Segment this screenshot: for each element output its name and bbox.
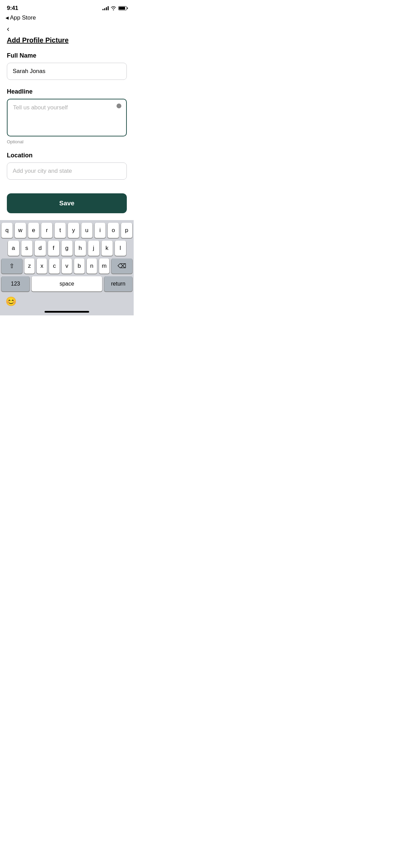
keyboard-row-2: a s d f g h j k l xyxy=(1,241,132,256)
location-input[interactable] xyxy=(7,162,127,180)
location-section: Location xyxy=(7,152,127,182)
full-name-label: Full Name xyxy=(7,52,127,59)
keyboard: q w e r t y u i o p a s d f g h j k l ⇧ … xyxy=(0,220,134,310)
signal-icon xyxy=(102,6,109,10)
keyboard-row-3: ⇧ z x c v b n m ⌫ xyxy=(1,258,132,274)
key-shift[interactable]: ⇧ xyxy=(1,258,22,274)
key-g[interactable]: g xyxy=(61,241,73,256)
appstore-nav[interactable]: ◀ App Store xyxy=(0,14,134,22)
back-arrow-icon[interactable]: ‹ xyxy=(7,25,9,33)
headline-label: Headline xyxy=(7,88,127,95)
key-p[interactable]: p xyxy=(121,223,132,238)
home-indicator xyxy=(0,310,134,315)
key-b[interactable]: b xyxy=(74,258,84,274)
headline-section: Headline Optional xyxy=(7,88,127,144)
add-profile-picture-link[interactable]: Add Profile Picture xyxy=(7,36,69,45)
key-r[interactable]: r xyxy=(41,223,52,238)
section-heading[interactable]: Add Profile Picture xyxy=(7,36,127,52)
status-time: 9:41 xyxy=(7,5,18,12)
key-k[interactable]: k xyxy=(101,241,113,256)
full-name-input[interactable] xyxy=(7,63,127,80)
key-t[interactable]: t xyxy=(54,223,66,238)
cursor-indicator xyxy=(117,104,121,108)
key-o[interactable]: o xyxy=(108,223,119,238)
key-space[interactable]: space xyxy=(32,276,102,291)
key-backspace[interactable]: ⌫ xyxy=(111,258,132,274)
full-name-section: Full Name xyxy=(7,52,127,82)
status-icons xyxy=(102,6,127,10)
optional-hint: Optional xyxy=(7,139,127,144)
key-return[interactable]: return xyxy=(104,276,132,291)
back-triangle-icon: ◀ xyxy=(5,15,9,20)
save-button[interactable]: Save xyxy=(7,193,127,213)
home-bar xyxy=(45,311,89,313)
key-z[interactable]: z xyxy=(24,258,35,274)
battery-icon xyxy=(118,6,127,10)
key-a[interactable]: a xyxy=(8,241,19,256)
key-f[interactable]: f xyxy=(48,241,59,256)
key-n[interactable]: n xyxy=(87,258,97,274)
appstore-label: App Store xyxy=(10,14,36,21)
key-q[interactable]: q xyxy=(1,223,13,238)
status-bar: 9:41 xyxy=(0,0,134,14)
wifi-icon xyxy=(111,6,116,10)
key-e[interactable]: e xyxy=(28,223,39,238)
key-numbers[interactable]: 123 xyxy=(1,276,29,291)
headline-textarea-wrapper xyxy=(7,99,127,138)
keyboard-bottom: 😊 xyxy=(1,294,132,310)
back-row: ‹ xyxy=(0,22,134,36)
headline-input[interactable] xyxy=(7,99,127,136)
key-x[interactable]: x xyxy=(37,258,47,274)
key-y[interactable]: y xyxy=(68,223,79,238)
key-h[interactable]: h xyxy=(75,241,86,256)
page-content: Add Profile Picture Full Name Headline O… xyxy=(0,36,134,213)
key-i[interactable]: i xyxy=(95,223,106,238)
key-w[interactable]: w xyxy=(15,223,26,238)
key-v[interactable]: v xyxy=(62,258,72,274)
key-d[interactable]: d xyxy=(35,241,46,256)
location-label: Location xyxy=(7,152,127,159)
key-s[interactable]: s xyxy=(21,241,33,256)
keyboard-row-1: q w e r t y u i o p xyxy=(1,223,132,238)
emoji-button[interactable]: 😊 xyxy=(5,296,16,307)
key-j[interactable]: j xyxy=(88,241,99,256)
key-c[interactable]: c xyxy=(49,258,59,274)
key-u[interactable]: u xyxy=(81,223,93,238)
keyboard-row-4: 123 space return xyxy=(1,276,132,291)
key-m[interactable]: m xyxy=(99,258,109,274)
key-l[interactable]: l xyxy=(115,241,126,256)
